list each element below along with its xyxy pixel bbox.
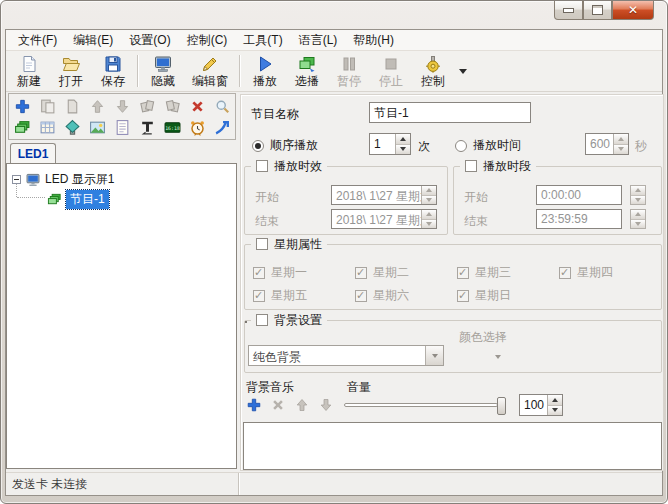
program-name-input[interactable]: 节目-1: [369, 102, 531, 123]
open-button[interactable]: 打开: [50, 52, 92, 90]
add-table-button[interactable]: [37, 117, 57, 137]
new-button-label: 新建: [17, 74, 41, 88]
play-count-spinner[interactable]: 1: [369, 133, 411, 155]
volume-value[interactable]: 100: [520, 395, 547, 415]
play-validity-checkbox[interactable]: [256, 160, 268, 172]
spin-down-button[interactable]: [396, 145, 410, 155]
select-play-button[interactable]: 选播: [286, 52, 328, 90]
add-document-button[interactable]: [112, 117, 132, 137]
play-button-label: 播放: [253, 74, 277, 88]
volume-label: 音量: [347, 379, 371, 396]
svg-text:16:18: 16:18: [165, 124, 180, 130]
plus-icon: [246, 397, 262, 413]
restore-button[interactable]: [583, 1, 612, 20]
duration-value: 600: [586, 134, 613, 154]
save-button[interactable]: 保存: [92, 52, 134, 90]
tab-led1[interactable]: LED1: [10, 143, 56, 164]
sequential-play-option[interactable]: 顺序播放: [252, 137, 318, 154]
add-text-button[interactable]: [137, 117, 157, 137]
validity-start-date-field: 2018\ 1\27 星期六: [331, 185, 437, 205]
spin-down-button[interactable]: [548, 406, 562, 416]
music-move-up-button: [293, 396, 311, 414]
menu-help[interactable]: 帮助(H): [345, 30, 402, 51]
move-top-button: [137, 96, 157, 116]
volume-spinner[interactable]: 100: [519, 394, 563, 416]
spin-up-button: [614, 134, 628, 145]
add-animation-button[interactable]: [212, 117, 232, 137]
play-period-checkbox[interactable]: [465, 160, 477, 172]
period-end-updown: [630, 209, 646, 229]
add-analog-clock-button[interactable]: [187, 117, 207, 137]
paste-button: [37, 96, 57, 116]
tree-collapse-icon[interactable]: [12, 175, 21, 184]
menu-settings[interactable]: 设置(O): [121, 30, 178, 51]
play-period-group: 播放时段 开始 0:00:00 结束 23:59:59: [453, 166, 662, 235]
controller-gear-icon: [423, 54, 443, 74]
delete-button[interactable]: [187, 96, 207, 116]
add-program-button[interactable]: [12, 117, 32, 137]
music-move-down-button: [317, 396, 335, 414]
dropdown-arrow-button: [425, 346, 443, 365]
period-start-time-field: 0:00:00: [536, 185, 622, 205]
hide-button[interactable]: 隐藏: [142, 52, 184, 90]
saturday-label: 星期六: [373, 287, 409, 304]
music-add-button[interactable]: [245, 396, 263, 414]
spin-down-button: [422, 196, 436, 205]
tree-connector: [17, 197, 45, 198]
play-count-value[interactable]: 1: [370, 134, 395, 154]
app-window: ✕ 文件(F) 编辑(E) 设置(O) 控制(C) 工具(T) 语言(L) 帮助…: [0, 0, 668, 504]
play-icon: [255, 54, 275, 74]
week-checkbox[interactable]: [256, 238, 268, 250]
pause-icon: [339, 54, 359, 74]
menu-language[interactable]: 语言(L): [291, 30, 346, 51]
open-folder-icon: [61, 54, 81, 74]
menu-file[interactable]: 文件(F): [10, 30, 65, 51]
add-digital-clock-button[interactable]: 16:18: [162, 117, 182, 137]
toolbar-overflow-button[interactable]: [454, 52, 472, 90]
spin-up-button[interactable]: [396, 134, 410, 145]
duration-play-radio[interactable]: [455, 140, 467, 152]
status-bar: 发送卡 未连接: [6, 472, 662, 495]
sequential-play-radio[interactable]: [252, 140, 264, 152]
day-thursday: 星期四: [559, 264, 613, 281]
color-select-label: 颜色选择: [459, 329, 507, 346]
edit-window-button[interactable]: 编辑窗: [184, 52, 236, 90]
menu-bar: 文件(F) 编辑(E) 设置(O) 控制(C) 工具(T) 语言(L) 帮助(H…: [6, 30, 662, 51]
add-image-button[interactable]: [87, 117, 107, 137]
table-icon: [39, 119, 56, 136]
background-checkbox[interactable]: [256, 314, 268, 326]
add-button[interactable]: [12, 96, 32, 116]
restore-icon: [592, 5, 603, 15]
day-sunday: 星期日: [457, 287, 511, 304]
control-button[interactable]: 控制: [412, 52, 454, 90]
saturday-checkbox: [355, 290, 367, 302]
add-display-button[interactable]: [62, 117, 82, 137]
spin-up-button[interactable]: [548, 395, 562, 406]
control-button-label: 控制: [421, 74, 445, 88]
tree-item-program[interactable]: 节目-1: [47, 190, 109, 209]
paste-icon: [39, 98, 56, 115]
program-tree: LED 显示屏1 节目-1: [6, 163, 237, 469]
close-button[interactable]: ✕: [612, 1, 654, 20]
spin-up-button: [631, 186, 645, 196]
tree-display-label[interactable]: LED 显示屏1: [45, 171, 114, 188]
menu-edit[interactable]: 编辑(E): [65, 30, 121, 51]
new-button[interactable]: 新建: [8, 52, 50, 90]
thursday-checkbox: [559, 267, 571, 279]
preview-button[interactable]: [212, 96, 232, 116]
menu-control[interactable]: 控制(C): [179, 30, 236, 51]
minimize-button[interactable]: [554, 1, 583, 20]
play-button[interactable]: 播放: [244, 52, 286, 90]
volume-slider[interactable]: [344, 396, 508, 414]
music-list[interactable]: [243, 422, 662, 470]
toolbar-separator: [239, 55, 241, 87]
menu-tools[interactable]: 工具(T): [235, 30, 290, 51]
volume-slider-thumb[interactable]: [497, 397, 506, 415]
select-play-button-label: 选播: [295, 74, 319, 88]
tree-program-label[interactable]: 节目-1: [66, 190, 109, 209]
duration-play-option[interactable]: 播放时间: [455, 137, 521, 154]
day-saturday: 星期六: [355, 287, 409, 304]
tree-item-display[interactable]: LED 显示屏1: [12, 171, 114, 188]
day-wednesday: 星期三: [457, 264, 511, 281]
pause-button: 暂停: [328, 52, 370, 90]
